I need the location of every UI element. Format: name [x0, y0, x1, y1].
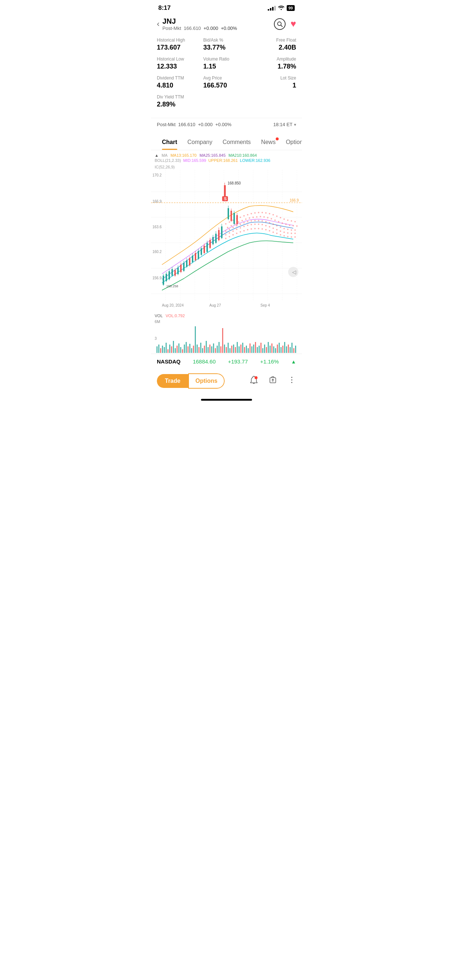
stat-lot-size-value: 1: [250, 82, 296, 89]
svg-rect-223: [222, 328, 223, 353]
svg-point-43: [291, 220, 292, 222]
tab-news[interactable]: News: [256, 135, 281, 150]
stat-volume-ratio-label: Volume Ratio: [203, 57, 249, 62]
svg-rect-2: [151, 170, 302, 312]
svg-point-79: [276, 225, 278, 226]
svg-point-91: [247, 224, 248, 226]
favorite-button[interactable]: ♥: [291, 18, 296, 30]
svg-point-265: [255, 376, 257, 379]
svg-rect-206: [191, 348, 192, 353]
back-button[interactable]: ‹: [157, 18, 162, 30]
stat-div-yield-label: Div Yield TTM: [157, 94, 296, 100]
svg-point-270: [292, 382, 292, 383]
chart-wrapper[interactable]: 170.2 166.9 163.6 160.2 156.9 166.9: [151, 170, 302, 312]
nasdaq-pct: +1.16%: [260, 358, 279, 364]
chevron-down-icon[interactable]: ▾: [294, 122, 296, 127]
svg-point-54: [260, 216, 261, 217]
post-mkt-label: Post-Mkt: [162, 25, 181, 31]
svg-text:3: 3: [155, 337, 157, 340]
svg-rect-236: [246, 345, 247, 353]
tab-options[interactable]: Options: [281, 135, 302, 150]
svg-rect-256: [282, 345, 283, 353]
svg-rect-207: [193, 345, 194, 353]
svg-rect-242: [257, 347, 258, 353]
svg-rect-209: [196, 345, 198, 353]
stat-historical-low-label: Historical Low: [157, 57, 203, 62]
svg-point-95: [262, 224, 263, 225]
svg-point-44: [294, 221, 296, 223]
svg-rect-263: [295, 345, 296, 353]
svg-point-33: [254, 212, 256, 214]
search-button[interactable]: [274, 18, 286, 30]
svg-rect-260: [290, 347, 291, 353]
stat-historical-low: Historical Low 12.333: [157, 57, 203, 70]
svg-point-64: [296, 225, 298, 227]
svg-point-29: [239, 216, 241, 218]
svg-point-70: [243, 222, 245, 223]
svg-point-69: [239, 223, 241, 225]
svg-point-105: [225, 238, 226, 239]
tab-chart[interactable]: Chart: [157, 135, 182, 150]
svg-rect-232: [239, 346, 239, 353]
nasdaq-chevron-icon[interactable]: ▲: [291, 359, 296, 364]
chart-indicators: ▲ MA MA13:165.170 MA25:165.845 MA210:160…: [151, 153, 302, 170]
svg-point-99: [276, 229, 278, 231]
stat-historical-low-value: 12.333: [157, 63, 203, 70]
stat-div-yield-value: 2.89%: [157, 100, 296, 108]
svg-rect-195: [171, 346, 172, 353]
status-bar: 8:17 99: [151, 0, 302, 14]
share-button[interactable]: [268, 375, 277, 387]
stat-free-float-value: 2.40B: [250, 44, 296, 51]
stats-row-1: Historical High 173.607 Bid/Ask % 33.77%…: [157, 38, 296, 51]
svg-point-62: [289, 224, 290, 226]
svg-rect-246: [264, 345, 265, 353]
svg-point-121: [283, 235, 285, 237]
svg-rect-224: [224, 345, 225, 353]
svg-point-100: [280, 231, 281, 232]
svg-rect-188: [158, 345, 160, 353]
stat-amplitude-value: 1.78%: [250, 63, 296, 70]
vol-label: VOL: [155, 313, 163, 318]
svg-rect-249: [270, 345, 271, 353]
svg-text:163.6: 163.6: [152, 225, 161, 229]
svg-point-73: [254, 220, 256, 221]
tab-company[interactable]: Company: [182, 135, 217, 150]
trade-options-group: Trade Options: [157, 373, 225, 389]
boll-lower: LOWER:162.936: [240, 158, 270, 162]
ma-indicator: ▲ MA MA13:165.170 MA25:165.845 MA210:160…: [155, 153, 298, 158]
svg-rect-247: [266, 347, 267, 353]
svg-point-269: [292, 380, 292, 380]
svg-point-86: [229, 232, 230, 234]
svg-point-112: [250, 228, 252, 230]
svg-point-53: [256, 216, 257, 218]
post-mkt-bar-left: Post-Mkt 166.610 +0.000 +0.00%: [157, 122, 231, 127]
nasdaq-bar: NASDAQ 16884.60 +193.77 +1.16% ▲: [151, 354, 302, 369]
stock-header: JNJ Post-Mkt 166.610 +0.000 +0.00%: [162, 17, 274, 31]
svg-point-45: [227, 227, 228, 228]
svg-point-74: [258, 220, 259, 221]
svg-rect-254: [279, 343, 280, 353]
svg-text:166.9: 166.9: [290, 198, 299, 202]
notification-button[interactable]: [249, 375, 258, 387]
svg-point-106: [229, 236, 230, 237]
svg-rect-212: [202, 348, 203, 353]
svg-rect-235: [244, 347, 245, 353]
svg-rect-189: [160, 348, 161, 353]
svg-point-107: [232, 234, 234, 235]
more-button[interactable]: [287, 375, 296, 387]
svg-text:158.258: 158.258: [166, 285, 179, 288]
options-button[interactable]: Options: [188, 373, 225, 389]
status-time: 8:17: [158, 5, 171, 12]
svg-rect-230: [235, 347, 236, 353]
svg-text:Aug 27: Aug 27: [209, 303, 221, 307]
svg-point-72: [250, 220, 252, 222]
svg-point-57: [271, 218, 272, 220]
svg-rect-208: [195, 326, 196, 353]
tab-comments[interactable]: Comments: [217, 135, 256, 150]
post-mkt-price: 166.610: [184, 25, 201, 31]
svg-point-84: [294, 229, 296, 231]
stat-volume-ratio: Volume Ratio 1.15: [203, 57, 249, 70]
svg-point-32: [250, 213, 252, 215]
svg-rect-215: [207, 347, 209, 353]
trade-button[interactable]: Trade: [157, 374, 188, 388]
